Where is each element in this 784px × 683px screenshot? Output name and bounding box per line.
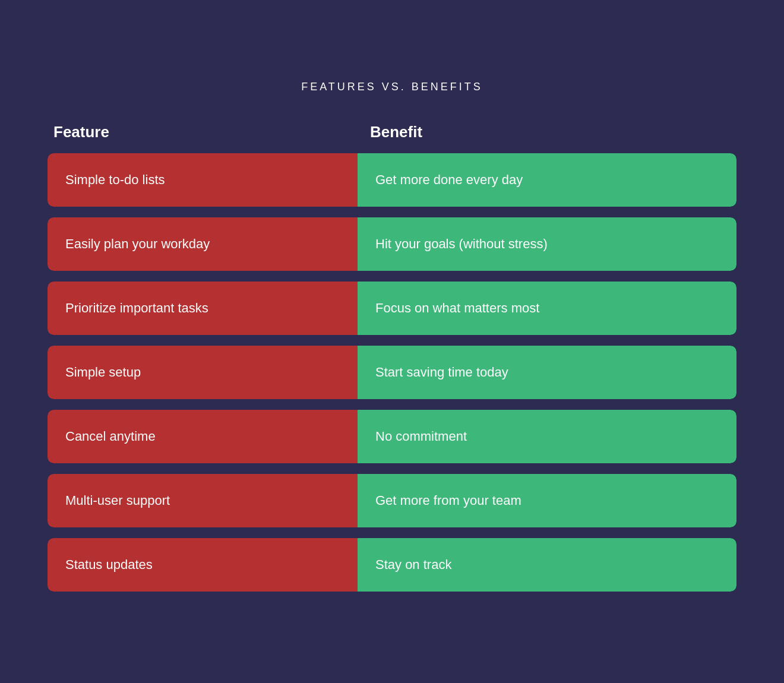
feature-cell-6: Status updates: [48, 538, 358, 592]
benefit-cell-5: Get more from your team: [358, 474, 736, 527]
benefit-cell-0: Get more done every day: [358, 153, 736, 207]
benefit-column-header: Benefit: [358, 123, 731, 141]
table-header: Feature Benefit: [48, 123, 736, 141]
table-row: Simple setupStart saving time today: [48, 346, 736, 399]
features-benefits-table: Feature Benefit Simple to-do listsGet mo…: [48, 123, 736, 602]
table-row: Simple to-do listsGet more done every da…: [48, 153, 736, 207]
benefit-cell-1: Hit your goals (without stress): [358, 217, 736, 271]
table-row: Prioritize important tasksFocus on what …: [48, 282, 736, 335]
table-row: Multi-user supportGet more from your tea…: [48, 474, 736, 527]
benefit-cell-6: Stay on track: [358, 538, 736, 592]
benefit-cell-3: Start saving time today: [358, 346, 736, 399]
table-row: Easily plan your workdayHit your goals (…: [48, 217, 736, 271]
feature-cell-0: Simple to-do lists: [48, 153, 358, 207]
feature-cell-1: Easily plan your workday: [48, 217, 358, 271]
feature-cell-4: Cancel anytime: [48, 410, 358, 463]
benefit-cell-2: Focus on what matters most: [358, 282, 736, 335]
page-title: FEATURES VS. BENEFITS: [301, 81, 483, 93]
feature-column-header: Feature: [53, 123, 358, 141]
table-row: Status updatesStay on track: [48, 538, 736, 592]
table-row: Cancel anytimeNo commitment: [48, 410, 736, 463]
feature-cell-2: Prioritize important tasks: [48, 282, 358, 335]
feature-cell-5: Multi-user support: [48, 474, 358, 527]
feature-cell-3: Simple setup: [48, 346, 358, 399]
table-rows: Simple to-do listsGet more done every da…: [48, 153, 736, 592]
benefit-cell-4: No commitment: [358, 410, 736, 463]
